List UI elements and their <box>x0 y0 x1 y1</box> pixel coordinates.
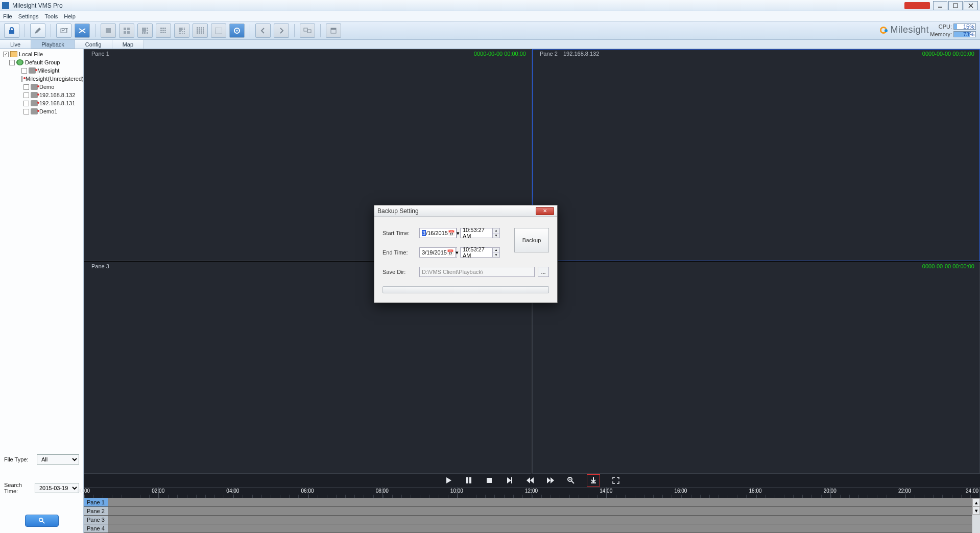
camera-icon <box>31 92 38 98</box>
tab-playback[interactable]: Playback <box>31 40 75 49</box>
search-button[interactable] <box>25 515 59 527</box>
pane-timestamp: 0000-00-00 00:00:00 <box>474 51 526 57</box>
menu-file[interactable]: File <box>3 13 12 19</box>
fast-forward-button[interactable] <box>546 476 555 485</box>
checkbox-icon[interactable] <box>23 101 29 106</box>
shuffle-button[interactable] <box>75 24 90 38</box>
pane-row[interactable]: Pane 4 <box>84 524 972 533</box>
svg-rect-10 <box>124 31 126 34</box>
layout-2x2-button[interactable] <box>119 24 134 38</box>
svg-rect-62 <box>331 28 336 30</box>
svg-rect-50 <box>201 31 202 33</box>
tree-item[interactable]: Milesight(Unregistered) <box>1 75 82 83</box>
checkbox-icon[interactable]: ✓ <box>3 52 9 57</box>
layout-3x3-button[interactable] <box>156 24 171 38</box>
calendar-icon[interactable]: 📅 <box>447 249 454 256</box>
backup-button[interactable]: Backup <box>514 228 549 252</box>
minimize-button[interactable] <box>933 1 947 10</box>
folder-icon <box>10 51 17 57</box>
menu-settings[interactable]: Settings <box>18 13 39 19</box>
tree-item[interactable]: ✓Local File <box>1 50 82 58</box>
pause-button[interactable] <box>464 476 473 485</box>
pane-row[interactable]: Pane 3 <box>84 516 972 524</box>
expand-button[interactable] <box>611 476 620 485</box>
mem-bar: 73% <box>953 31 976 37</box>
play-button[interactable] <box>444 476 453 485</box>
svg-rect-59 <box>304 28 307 31</box>
end-time-spinner[interactable]: ▲▼ <box>493 247 500 258</box>
pencil-button[interactable] <box>30 24 45 38</box>
end-time-input[interactable]: 10:53:27 AM <box>460 247 493 258</box>
chevron-down-icon[interactable]: ▾ <box>456 228 460 238</box>
scroll-up-icon[interactable]: ▴ <box>972 498 980 506</box>
svg-rect-42 <box>201 27 202 29</box>
checkbox-icon[interactable] <box>9 60 15 65</box>
tab-live[interactable]: Live <box>0 40 31 49</box>
svg-rect-54 <box>201 33 202 34</box>
video-pane-4[interactable]: 0000-00-00 00:00:00 <box>532 262 980 474</box>
tree-item[interactable]: Demo1 <box>1 107 82 115</box>
pane-row[interactable]: Pane 2 <box>84 507 972 516</box>
lock-button[interactable] <box>4 24 19 38</box>
tree-item[interactable]: 192.168.8.132 <box>1 91 82 99</box>
fullscreen-button[interactable] <box>229 24 245 38</box>
browse-button[interactable]: ... <box>538 267 549 277</box>
layout-1-button[interactable] <box>101 24 116 38</box>
download-button[interactable] <box>587 474 600 486</box>
rewind-button[interactable] <box>525 476 535 485</box>
app-icon <box>2 2 9 9</box>
savedir-input[interactable]: D:\VMS Client\Playback\ <box>419 267 535 277</box>
checkbox-icon[interactable] <box>21 68 27 74</box>
tree-item[interactable]: Demo <box>1 83 82 91</box>
camera-icon <box>31 84 38 90</box>
layout-custom-button[interactable] <box>211 24 226 38</box>
toolbar: PTZ Milesight CPU:15% Memory:73% <box>0 21 980 40</box>
tree-item[interactable]: Milesight <box>1 66 82 75</box>
maximize-button[interactable] <box>948 1 963 10</box>
scroll-down-icon[interactable]: ▾ <box>972 506 980 515</box>
file-type-select[interactable]: All <box>37 454 79 465</box>
tree-item[interactable]: Default Group <box>1 58 82 66</box>
checkbox-icon[interactable] <box>23 92 29 98</box>
layout-1plus5-button[interactable] <box>137 24 153 38</box>
start-time-input[interactable]: 10:53:27 AM <box>460 228 493 238</box>
svg-rect-4 <box>9 30 14 34</box>
svg-rect-51 <box>203 31 204 33</box>
svg-rect-47 <box>203 29 204 31</box>
checkbox-icon[interactable] <box>23 109 29 114</box>
tab-map[interactable]: Map <box>112 40 144 49</box>
close-button[interactable] <box>964 1 978 10</box>
layout-1plus12-button[interactable] <box>174 24 189 38</box>
checkbox-icon[interactable] <box>23 84 29 90</box>
zoom-button[interactable] <box>566 476 576 485</box>
svg-point-58 <box>236 30 238 31</box>
menu-help[interactable]: Help <box>64 13 76 19</box>
pane-row[interactable]: Pane 1 <box>84 498 972 507</box>
start-time-spinner[interactable]: ▲▼ <box>493 228 500 238</box>
popup-button[interactable] <box>326 24 341 38</box>
unknown-red-indicator <box>904 2 930 9</box>
start-date-input[interactable]: 3/16/2015📅▾ <box>419 228 457 238</box>
end-date-input[interactable]: 3/19/2015📅▾ <box>419 247 457 258</box>
next-page-button[interactable] <box>274 24 289 38</box>
video-pane-2[interactable]: Pane 2 192.168.8.132 0000-00-00 00:00:00 <box>532 49 980 261</box>
svg-rect-38 <box>182 33 183 34</box>
checkbox-icon[interactable] <box>21 76 22 82</box>
search-time-select[interactable]: 2015-03-19 <box>35 483 79 493</box>
multi-monitor-button[interactable] <box>300 24 315 38</box>
dialog-close-button[interactable]: ✕ <box>536 207 554 215</box>
tree-item[interactable]: 192.168.8.131 <box>1 99 82 107</box>
chevron-down-icon[interactable]: ▾ <box>455 248 459 257</box>
menu-tools[interactable]: Tools <box>44 13 58 19</box>
layout-4x4-button[interactable] <box>193 24 208 38</box>
sidebar: ✓Local File Default Group Milesight Mile… <box>0 49 84 533</box>
ptz-button[interactable]: PTZ <box>56 24 71 38</box>
prev-page-button[interactable] <box>255 24 271 38</box>
timeline-ruler[interactable]: 00:0002:0004:0006:0008:0010:0012:0014:00… <box>84 487 980 498</box>
pane-timeline-rows: Pane 1 Pane 2 Pane 3 Pane 4 <box>84 498 972 533</box>
step-forward-button[interactable] <box>505 476 514 485</box>
stop-button[interactable] <box>485 476 494 485</box>
tab-config[interactable]: Config <box>75 40 112 49</box>
vertical-scrollbar[interactable]: ▴ ▾ <box>972 498 980 533</box>
calendar-icon[interactable]: 📅 <box>448 229 455 237</box>
